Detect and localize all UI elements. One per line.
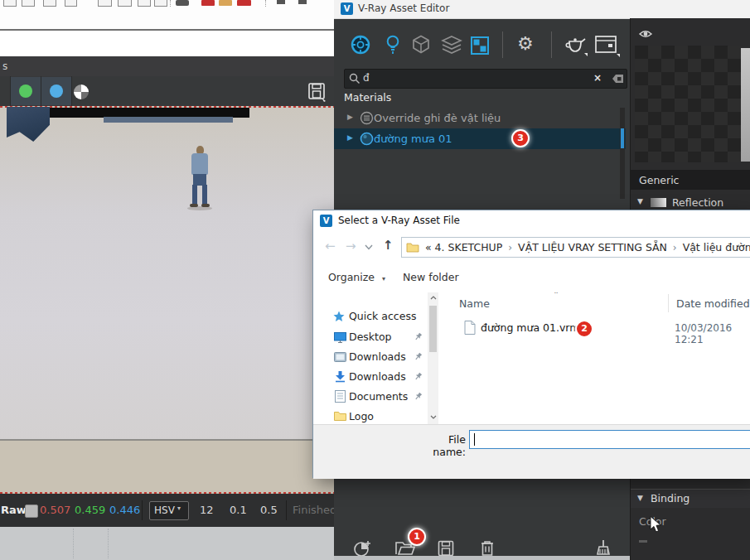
section-icon[interactable] [154,0,167,7]
material-row-override[interactable]: ▶ Override ghi đè vật liệu [334,108,626,128]
pin-icon[interactable] [414,352,423,361]
pencil-icon[interactable] [277,0,285,4]
preview-eye-icon[interactable] [638,28,653,40]
pin-icon[interactable] [414,332,423,341]
material-sphere-icon [360,132,374,146]
back-arrow-icon[interactable]: ← [325,239,336,253]
file-row[interactable]: đường mưa 01.vrmat 10/03/2016 12:21 [438,319,750,339]
person-leg [192,185,197,205]
color-swatch[interactable] [25,504,38,518]
materials-scrollbar-thumb[interactable] [621,128,624,148]
file-name: đường mưa 01.vrmat [481,321,590,334]
plugin-icon-tan[interactable] [219,0,232,6]
asset-editor-title: V-Ray Asset Editor [358,2,449,14]
toolbar-separator [265,0,267,7]
sketchup-toolbar-icon[interactable] [22,0,35,7]
sidebar-item-logo[interactable]: Logo [313,407,428,424]
save-asset-button[interactable] [437,539,455,558]
clear-search-icon[interactable]: × [593,72,602,84]
generic-section-header[interactable]: Generic [631,170,750,190]
downloads-folder-icon [334,352,346,362]
sketchup-toolbar-icon[interactable] [3,0,17,7]
forward-arrow-icon[interactable]: → [346,239,356,253]
scroll-down-icon[interactable] [430,415,437,419]
save-image-button[interactable] [307,81,328,103]
green-dot-icon [19,84,32,98]
pin-icon[interactable] [414,372,423,381]
text-caret [474,433,475,446]
breadcrumb-chevron-icon: › [508,242,512,253]
settings-icon[interactable]: ⚙ [517,33,534,54]
material-search-field[interactable]: đ × [344,69,627,89]
file-name-input[interactable] [469,430,750,449]
materials-tab-icon[interactable] [350,34,371,56]
frame-buffer-icon[interactable] [593,34,620,57]
material-row-selected[interactable]: ▶ đường mưa 01 [334,128,626,149]
lights-tab-icon[interactable] [382,33,404,56]
layers-tab-icon[interactable] [440,35,463,56]
breadcrumb-folder-current[interactable]: Vật liệu đường mưa 01 [683,241,750,253]
collapse-arrow-icon[interactable]: ▼ [637,494,643,502]
collapse-arrow-icon[interactable]: ▼ [637,197,643,205]
grid-icon[interactable] [98,0,112,7]
clipped-row-stub [639,540,647,543]
blue-dot-icon [50,84,63,98]
column-header-name[interactable]: Name [459,297,490,310]
preview-sphere-edge [741,48,750,162]
expand-arrow-icon[interactable]: ▶ [347,113,353,121]
expand-arrow-icon[interactable]: ▶ [347,133,353,142]
recent-locations-chevron-icon[interactable] [365,244,373,250]
reflection-label: Reflection [672,196,723,209]
folder-icon [334,411,346,421]
breadcrumb-folder[interactable]: VẬT LIỆU VRAY SETTING SẴN [518,241,667,253]
chevron-down-icon: ▾ [177,504,181,512]
sidebar-item-desktop[interactable]: Desktop [313,327,428,347]
column-divider[interactable] [668,294,669,312]
binding-section-header[interactable]: ▼ Binding [631,489,750,508]
up-arrow-icon[interactable]: ↑ [383,238,394,253]
person-pants [193,174,206,186]
grid-icon[interactable] [118,0,132,7]
dialog-command-bar: Organize ▾ New folder [313,263,750,293]
documents-icon [335,390,346,403]
new-folder-button[interactable]: New folder [403,271,459,283]
sidebar-item-downloads-1[interactable]: Downloads [313,347,428,367]
alpha-checker-button[interactable] [74,84,89,99]
green-channel-button[interactable] [11,77,41,105]
breadcrumb[interactable]: « 4. SKETCHUP › VẬT LIỆU VRAY SETTING SẴ… [401,237,750,258]
eraser-icon[interactable] [298,0,307,4]
breadcrumb-root[interactable]: « 4. SKETCHUP [425,241,502,253]
plugin-icon-red[interactable] [201,0,215,6]
scrollbar-thumb[interactable] [429,306,437,352]
materials-scrollbar[interactable] [620,108,625,199]
geometry-tab-icon[interactable] [410,34,432,56]
section-icon[interactable] [138,0,151,7]
sidebar-item-downloads-2[interactable]: Downloads [313,367,428,387]
column-header-date-modified[interactable]: Date modified [676,297,750,310]
dialog-titlebar[interactable]: V Select a V-Ray Asset File [313,210,750,232]
delete-asset-button[interactable] [478,539,496,558]
download-arrow-icon [334,370,346,383]
desktop-icon [334,332,346,343]
pin-icon[interactable] [414,392,423,401]
quick-access-star-icon [333,311,345,322]
scroll-up-icon[interactable] [430,296,437,300]
textures-tab-icon[interactable] [469,35,491,56]
add-asset-button[interactable] [353,539,373,558]
sketchup-toolbar-icon[interactable] [43,0,56,7]
sketchup-toolbar-icon[interactable] [65,0,77,7]
binding-label: Binding [651,492,690,504]
render-teapot-icon[interactable] [563,33,588,56]
sidebar-scrollbar[interactable] [428,292,438,424]
asset-editor-titlebar[interactable]: V V-Ray Asset Editor [334,0,750,19]
plugin-icon-red[interactable] [237,0,251,6]
sidebar-item-quick-access[interactable]: Quick access [313,307,428,326]
reflection-swatch-icon [651,198,666,207]
blue-channel-button[interactable] [41,77,71,105]
color-mode-dropdown[interactable]: HSV ▾ [149,501,189,520]
plugin-icon[interactable] [176,0,189,6]
vfb-titlebar[interactable]: s [0,56,336,76]
backspace-icon[interactable] [612,74,625,84]
sidebar-item-documents[interactable]: Documents [313,387,428,407]
organize-menu[interactable]: Organize ▾ [328,271,385,283]
